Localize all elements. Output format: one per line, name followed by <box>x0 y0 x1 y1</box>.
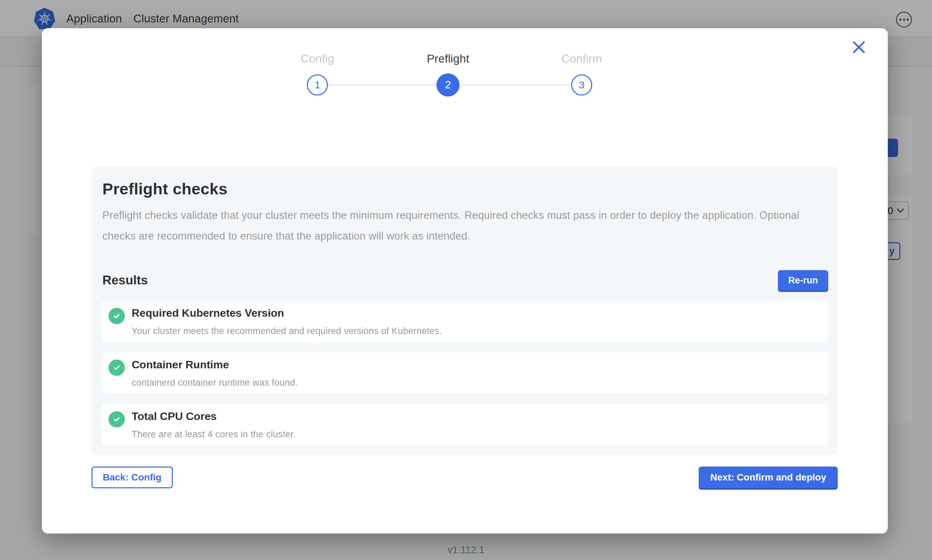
back-config-button[interactable]: Back: Config <box>91 466 173 488</box>
check-pass-icon <box>108 360 125 376</box>
results-header-row: Results Re-run <box>102 270 828 291</box>
step-connector <box>329 84 437 86</box>
results-heading: Results <box>102 273 148 288</box>
page: Application Cluster Management 0 y v1.11… <box>0 0 932 560</box>
check-pass-icon <box>108 308 125 324</box>
next-confirm-deploy-button[interactable]: Next: Confirm and deploy <box>699 466 838 488</box>
check-title: Total CPU Cores <box>132 409 296 423</box>
step-number: 1 <box>315 79 320 91</box>
check-title: Required Kubernetes Version <box>132 306 442 320</box>
check-row-container-runtime: Container Runtime containerd container r… <box>102 352 828 394</box>
rerun-button[interactable]: Re-run <box>778 270 828 291</box>
step-circle-preflight[interactable]: 2 <box>437 74 460 97</box>
preflight-modal: Config Preflight Confirm 1 2 3 Preflight… <box>42 28 888 534</box>
step-label-confirm: Confirm <box>531 52 633 65</box>
check-message: containerd container runtime was found. <box>132 377 298 388</box>
check-row-kubernetes-version: Required Kubernetes Version Your cluster… <box>102 301 828 342</box>
step-number: 2 <box>445 79 451 91</box>
step-connector <box>461 84 570 86</box>
step-number: 3 <box>579 79 585 91</box>
check-message: There are at least 4 cores in the cluste… <box>132 429 296 440</box>
close-icon[interactable] <box>849 38 869 57</box>
check-row-cpu-cores: Total CPU Cores There are at least 4 cor… <box>102 404 828 446</box>
step-label-config: Config <box>266 52 368 65</box>
step-circle-confirm[interactable]: 3 <box>571 74 592 95</box>
preflight-panel: Preflight checks Preflight checks valida… <box>91 166 838 454</box>
check-title: Container Runtime <box>132 358 298 371</box>
step-circle-config[interactable]: 1 <box>307 74 328 95</box>
check-pass-icon <box>108 411 125 428</box>
check-message: Your cluster meets the recommended and r… <box>132 326 442 336</box>
preflight-description: Preflight checks validate that your clus… <box>102 205 820 246</box>
page-title: Preflight checks <box>102 179 828 198</box>
step-label-preflight: Preflight <box>397 52 499 65</box>
